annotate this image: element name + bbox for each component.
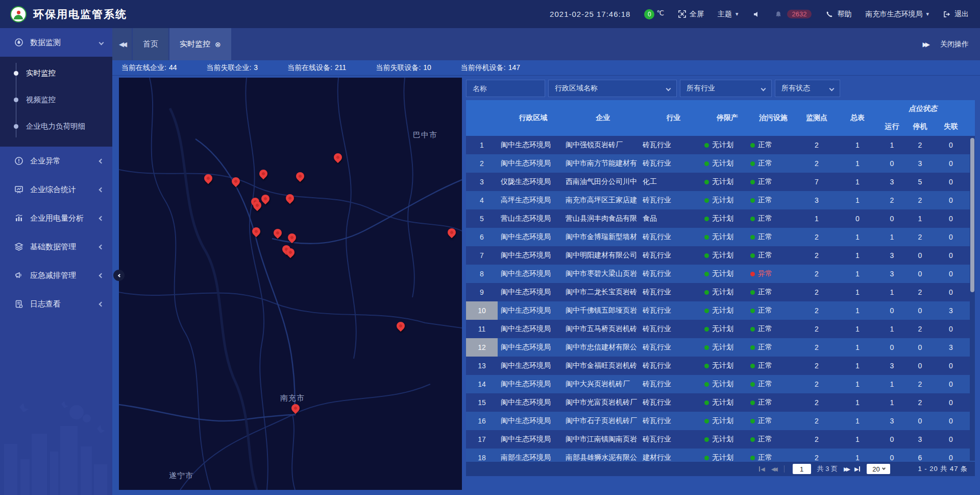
cell-company: 阆中市枣碧大梁山页岩 xyxy=(566,265,641,283)
cell-monitor-count: 2 xyxy=(796,393,837,412)
table-row[interactable]: 3 仪陇生态环境局 西南油气田分公司川中 化工 无计划 xyxy=(466,173,975,191)
map-collapse-button[interactable] xyxy=(113,270,125,281)
table-row[interactable]: 12 阆中生态环境局 阆中市忠信建材有限公 砖瓦行业 无计划 xyxy=(466,338,975,357)
pagination-bar: ◀ ◀◀ 1 共 3 页 ▶▶ ▶ 20 1 - 20 xyxy=(466,462,975,476)
sidebar-item-日志查看[interactable]: 日志查看 xyxy=(0,290,112,318)
cell-region: 阆中生态环境局 xyxy=(498,375,566,393)
tabs-scroll-right-button double-right-arrow-icon[interactable]: ▶▶ xyxy=(923,41,928,48)
status-dot-icon xyxy=(704,290,709,295)
cell-halt-count: 2 xyxy=(906,393,934,412)
name-search-input[interactable] xyxy=(473,84,538,92)
stat-value: 3 xyxy=(254,63,258,73)
cell-stop-status: 无计划 xyxy=(704,136,750,154)
cell-stop-status: 无计划 xyxy=(704,191,750,209)
chevron-icon xyxy=(99,216,104,221)
col-header-stop: 停限产 xyxy=(704,100,750,136)
chevron-icon xyxy=(99,40,104,45)
table-row[interactable]: 6 阆中生态环境局 阆中市金博瑞新型墙材 砖瓦行业 无计划 xyxy=(466,228,975,246)
cell-meter-count: 1 xyxy=(837,338,878,357)
stat-label: 当前在线企业: xyxy=(121,63,166,73)
cell-lost-count: 0 xyxy=(934,136,968,154)
map-panel[interactable]: 巴中市南充市遂宁市 xyxy=(119,78,462,490)
sidebar-section-label: 数据监测 xyxy=(30,38,61,48)
stats-icon xyxy=(14,184,24,195)
industry-select[interactable]: 所有行业 xyxy=(680,80,772,97)
table-row[interactable]: 17 阆中生态环境局 阆中市江南镇阆南页岩 砖瓦行业 无计划 xyxy=(466,430,975,449)
table-row[interactable]: 14 阆中生态环境局 阆中大兴页岩机砖厂 砖瓦行业 无计划 xyxy=(466,375,975,393)
table-row[interactable]: 8 阆中生态环境局 阆中市枣碧大梁山页岩 砖瓦行业 无计划 xyxy=(466,265,975,283)
table-row[interactable]: 18 南部生态环境局 南部县雄狮水泥有限公 建材行业 无计划 xyxy=(466,449,975,462)
table-row[interactable]: 10 阆中生态环境局 阆中千佛镇五郎垭页岩 砖瓦行业 无计划 xyxy=(466,301,975,320)
table-row[interactable]: 4 高坪生态环境局 南充市高坪区王家店建 砖瓦行业 无计划 xyxy=(466,191,975,209)
temperature-badge: 0 xyxy=(644,9,654,19)
next-page-button[interactable]: ▶▶ xyxy=(844,466,848,473)
page-number-input[interactable]: 1 xyxy=(793,464,811,474)
fullscreen-button[interactable]: 全屏 xyxy=(678,10,704,19)
cell-stop-status: 无计划 xyxy=(704,173,750,191)
region-select[interactable]: 行政区域名称 xyxy=(548,80,677,97)
cell-region: 阆中生态环境局 xyxy=(498,228,566,246)
sidebar-nav: 数据监测 实时监控 视频监控 企业电力负荷明细 企业异常 xyxy=(0,28,112,495)
cell-industry: 砖瓦行业 xyxy=(641,136,704,154)
status-dot-icon xyxy=(750,198,755,203)
table-row[interactable]: 13 阆中生态环境局 阆中市金福旺页岩机砖 砖瓦行业 无计划 xyxy=(466,357,975,375)
cell-stop-status: 无计划 xyxy=(704,209,750,228)
table-row[interactable]: 7 阆中生态环境局 阆中明阳建材有限公司 砖瓦行业 无计划 xyxy=(466,246,975,265)
table-row[interactable]: 1 阆中生态环境局 阆中强锐页岩砖厂 砖瓦行业 无计划 xyxy=(466,136,975,154)
org-user-menu[interactable]: 南充市生态环境局 ▾ xyxy=(865,10,929,19)
help-button[interactable]: 帮助 xyxy=(825,10,851,19)
status-select[interactable]: 所有状态 xyxy=(775,80,840,97)
last-page-button[interactable]: ▶ xyxy=(854,466,861,473)
tab-首页[interactable]: 首页 xyxy=(133,28,168,60)
table-row[interactable]: 5 营山生态环境局 营山县润丰肉食品有限 食品 无计划 xyxy=(466,209,975,228)
cell-region: 阆中生态环境局 xyxy=(498,154,566,173)
sidebar-item-应急减排管理[interactable]: 应急减排管理 xyxy=(0,261,112,290)
scrollbar-thumb[interactable] xyxy=(970,138,974,292)
cell-industry: 砖瓦行业 xyxy=(641,301,704,320)
cell-industry: 砖瓦行业 xyxy=(641,265,704,283)
sidebar-item-企业用电量分析[interactable]: 企业用电量分析 xyxy=(0,204,112,232)
cell-halt-count: 0 xyxy=(906,301,934,320)
page-size-select[interactable]: 20 xyxy=(867,464,890,474)
sidebar-item-数据监测[interactable]: 数据监测 xyxy=(0,28,112,57)
cell-stop-status: 无计划 xyxy=(704,265,750,283)
sidebar-item-企业电力负荷明细[interactable]: 企业电力负荷明细 xyxy=(0,113,112,139)
temperature-unit: ℃ xyxy=(656,9,664,17)
table-row[interactable]: 11 阆中生态环境局 阆中市五马桥页岩机砖 砖瓦行业 无计划 xyxy=(466,320,975,338)
cell-lost-count: 0 xyxy=(934,154,968,173)
cell-facility-status: 正常 xyxy=(750,301,796,320)
sidebar-section-label: 企业用电量分析 xyxy=(30,214,84,223)
sidebar-section-label: 企业异常 xyxy=(30,156,61,166)
table-row[interactable]: 2 阆中生态环境局 阆中市南方节能建材有 砖瓦行业 无计划 xyxy=(466,154,975,173)
theme-menu[interactable]: 主题 ▾ xyxy=(718,10,739,19)
table-row[interactable]: 15 阆中生态环境局 阆中市光富页岩机砖厂 砖瓦行业 无计划 xyxy=(466,393,975,412)
cell-halt-count: 0 xyxy=(906,357,934,375)
table-row[interactable]: 16 阆中生态环境局 阆中市石子页岩机砖厂 砖瓦行业 无计划 xyxy=(466,412,975,430)
prev-page-button[interactable]: ◀◀ xyxy=(771,466,776,473)
logout-button[interactable]: 退出 xyxy=(943,10,969,19)
tab-实时监控[interactable]: 实时监控 ⊗ xyxy=(169,28,231,60)
sidebar-item-企业异常[interactable]: 企业异常 xyxy=(0,147,112,175)
sidebar-item-视频监控[interactable]: 视频监控 xyxy=(0,86,112,113)
status-dot-icon xyxy=(704,364,709,368)
first-page-button[interactable]: ◀ xyxy=(758,466,765,473)
tab-label: 首页 xyxy=(143,39,158,49)
tab-close-icon[interactable]: ⊗ xyxy=(215,40,221,49)
sidebar-item-企业综合统计[interactable]: 企业综合统计 xyxy=(0,175,112,204)
cell-facility-status: 正常 xyxy=(750,209,796,228)
alert-icon xyxy=(14,156,24,166)
sidebar-item-基础数据管理[interactable]: 基础数据管理 xyxy=(0,232,112,261)
table-scrollbar[interactable] xyxy=(970,137,975,461)
cell-facility-status: 正常 xyxy=(750,173,796,191)
stat-value: 44 xyxy=(169,63,177,73)
cell-halt-count: 5 xyxy=(906,173,934,191)
close-operations-button[interactable]: 关闭操作 xyxy=(940,40,969,49)
sound-mute-button[interactable] xyxy=(752,10,761,18)
sidebar-item-实时监控[interactable]: 实时监控 xyxy=(0,60,112,86)
cell-halt-count: 0 xyxy=(906,246,934,265)
tabs-scroll-left-button[interactable]: ◀◀ xyxy=(112,28,132,60)
notifications-button[interactable]: 2632 xyxy=(774,10,812,18)
cell-run-count: 3 xyxy=(878,173,906,191)
cell-industry: 化工 xyxy=(641,173,704,191)
table-row[interactable]: 9 阆中生态环境局 阆中市二龙长宝页岩砖 砖瓦行业 无计划 xyxy=(466,283,975,301)
